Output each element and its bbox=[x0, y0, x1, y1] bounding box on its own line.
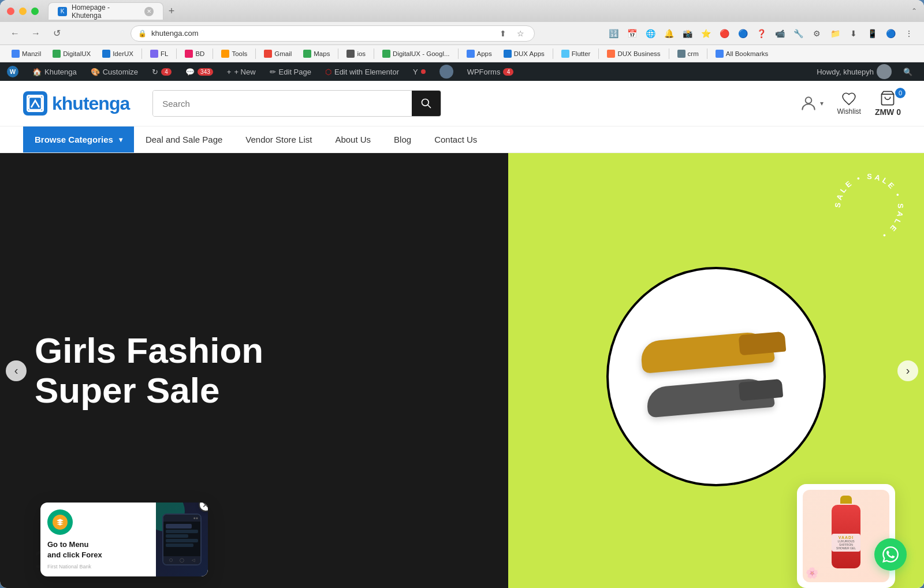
extension-button-7[interactable]: 🔴 bbox=[716, 25, 732, 42]
browse-categories-button[interactable]: Browse Categories ▾ bbox=[23, 126, 134, 152]
bookmark-manzil[interactable]: Manzil bbox=[7, 48, 46, 59]
wp-comments[interactable]: 💬 343 bbox=[178, 62, 220, 81]
bookmark-flutter[interactable]: Flutter bbox=[557, 48, 595, 59]
extension-button-9[interactable]: ❓ bbox=[753, 25, 769, 42]
bookmark-all[interactable]: All Bookmarks bbox=[711, 48, 773, 59]
extension-button-10[interactable]: 📹 bbox=[772, 25, 788, 42]
wp-yoast[interactable]: Y bbox=[406, 62, 433, 81]
wp-edit-icon: ✏ bbox=[270, 68, 276, 76]
popup-header bbox=[47, 509, 149, 535]
wp-edit-page[interactable]: ✏ Edit Page bbox=[263, 62, 318, 81]
traffic-lights bbox=[7, 8, 39, 15]
wp-edit-elementor[interactable]: ⬡ Edit with Elementor bbox=[318, 62, 406, 81]
wishlist-button[interactable]: Wishlist bbox=[837, 91, 861, 116]
bookmark-maps[interactable]: Maps bbox=[299, 48, 334, 59]
extension-button-1[interactable]: 🔢 bbox=[605, 25, 621, 42]
extension-button-3[interactable]: 🌐 bbox=[642, 25, 658, 42]
window-controls-right: ⌃ bbox=[911, 7, 917, 15]
url-text[interactable]: khutenga.com bbox=[151, 29, 491, 38]
cart-button[interactable]: 0 ZMW 0 bbox=[875, 90, 901, 117]
more-button[interactable]: ⋮ bbox=[901, 25, 917, 42]
bookmark-gmail[interactable]: Gmail bbox=[259, 48, 296, 59]
extension-button-15[interactable]: 📱 bbox=[864, 25, 880, 42]
extension-button-13[interactable]: 📁 bbox=[827, 25, 843, 42]
minimize-window-button[interactable] bbox=[19, 8, 27, 15]
forward-button[interactable]: → bbox=[28, 25, 44, 42]
bookmark-label: Gmail bbox=[274, 50, 292, 57]
bookmark-label: DigitalUX - Googl... bbox=[393, 50, 449, 57]
site-logo[interactable]: khutenga bbox=[23, 91, 129, 116]
extension-button-16[interactable]: 🔵 bbox=[882, 25, 899, 42]
wp-wpforms-count: 4 bbox=[503, 68, 513, 76]
browser-tab-active[interactable]: K Homepage - Khutenga ✕ bbox=[48, 2, 163, 20]
wp-search-toggle[interactable]: 🔍 bbox=[897, 62, 918, 81]
slider-next-button[interactable]: › bbox=[897, 360, 918, 381]
bookmark-digitalux2[interactable]: DigitalUX - Googl... bbox=[378, 48, 454, 59]
extension-button-2[interactable]: 📅 bbox=[624, 25, 640, 42]
phone-row-1 bbox=[166, 524, 192, 529]
search-button[interactable] bbox=[412, 91, 441, 116]
bookmark-ios[interactable]: ios bbox=[342, 48, 370, 59]
hero-text: Girls Fashion Super Sale bbox=[35, 331, 263, 410]
tab-close-button[interactable]: ✕ bbox=[144, 7, 154, 16]
nav-link-contact[interactable]: Contact Us bbox=[423, 126, 489, 152]
bookmark-fl[interactable]: FL bbox=[146, 48, 173, 59]
wp-new-btn[interactable]: + + New bbox=[220, 62, 263, 81]
wp-logo-item[interactable]: W bbox=[0, 62, 25, 81]
extension-button-14[interactable]: ⬇ bbox=[845, 25, 862, 42]
shower-gel-bottle: VAADI LUXURIOUS SAFFRONSHOWER GEL bbox=[828, 496, 865, 576]
nav-link-deals[interactable]: Deal and Sale Page bbox=[134, 126, 234, 152]
svg-point-1 bbox=[805, 97, 811, 103]
bookmark-duxbusiness[interactable]: DUX Business bbox=[602, 48, 665, 59]
bookmark-tools[interactable]: Tools bbox=[217, 48, 252, 59]
wp-gravatar[interactable] bbox=[433, 62, 460, 81]
bookmark-iderux[interactable]: IderUX bbox=[98, 48, 138, 59]
wp-howdy[interactable]: Howdy, khutepyh bbox=[811, 62, 897, 81]
extension-button-8[interactable]: 🔵 bbox=[735, 25, 751, 42]
logo-text: khutenga bbox=[52, 93, 129, 114]
product-image: VAADI LUXURIOUS SAFFRONSHOWER GEL 🌸 bbox=[803, 490, 889, 582]
close-window-button[interactable] bbox=[7, 8, 14, 15]
bookmark-apps[interactable]: Apps bbox=[462, 48, 497, 59]
bookmark-digitalux[interactable]: DigitalUX bbox=[48, 48, 95, 59]
popup-logo bbox=[47, 509, 73, 535]
wp-howdy-text: Howdy, khutepyh bbox=[817, 68, 874, 76]
title-bar: K Homepage - Khutenga ✕ + ⌃ bbox=[0, 0, 924, 22]
wishlist-label: Wishlist bbox=[837, 107, 861, 116]
bookmark-separator-6 bbox=[374, 49, 374, 59]
logo-icon bbox=[23, 91, 47, 116]
wp-wpforms[interactable]: WPForms 4 bbox=[460, 62, 521, 81]
extension-button-12[interactable]: ⚙ bbox=[808, 25, 825, 42]
bookmark-label: DigitalUX bbox=[63, 50, 91, 57]
bookmark-icon bbox=[346, 50, 355, 58]
bookmark-button[interactable]: ☆ bbox=[513, 27, 527, 40]
extension-button-11[interactable]: 🔧 bbox=[790, 25, 806, 42]
bookmark-bd[interactable]: BD bbox=[180, 48, 209, 59]
extension-button-4[interactable]: 🔔 bbox=[661, 25, 677, 42]
maximize-window-button[interactable] bbox=[31, 8, 39, 15]
bookmark-separator-8 bbox=[553, 49, 553, 59]
new-tab-button[interactable]: + bbox=[163, 3, 180, 19]
search-input[interactable] bbox=[153, 91, 412, 116]
whatsapp-button[interactable] bbox=[874, 538, 907, 571]
nav-link-blog[interactable]: Blog bbox=[382, 126, 423, 152]
share-button[interactable]: ⬆ bbox=[496, 27, 510, 40]
bookmark-crm[interactable]: crm bbox=[673, 48, 703, 59]
nav-link-vendor[interactable]: Vendor Store List bbox=[234, 126, 323, 152]
browser-extensions: 🔢 📅 🌐 🔔 📸 ⭐ 🔴 🔵 ❓ 📹 🔧 ⚙ 📁 ⬇ 📱 🔵 ⋮ bbox=[605, 25, 917, 42]
bookmark-duxapps[interactable]: DUX Apps bbox=[499, 48, 549, 59]
extension-button-6[interactable]: ⭐ bbox=[698, 25, 714, 42]
bookmark-label: Manzil bbox=[22, 50, 41, 57]
bookmark-label: IderUX bbox=[113, 50, 133, 57]
url-bar: 🔒 khutenga.com ⬆ ☆ bbox=[131, 25, 535, 42]
wp-site-name[interactable]: 🏠 Khutenga bbox=[25, 62, 84, 81]
nav-link-about[interactable]: About Us bbox=[323, 126, 382, 152]
reload-button[interactable]: ↺ bbox=[49, 25, 65, 42]
shoe-grey bbox=[641, 379, 791, 420]
slider-prev-button[interactable]: ‹ bbox=[6, 360, 27, 381]
extension-button-5[interactable]: 📸 bbox=[679, 25, 695, 42]
wp-customize[interactable]: 🎨 Customize bbox=[84, 62, 145, 81]
back-button[interactable]: ← bbox=[7, 25, 23, 42]
wp-updates[interactable]: ↻ 4 bbox=[145, 62, 178, 81]
account-button[interactable]: ▾ bbox=[799, 94, 824, 113]
